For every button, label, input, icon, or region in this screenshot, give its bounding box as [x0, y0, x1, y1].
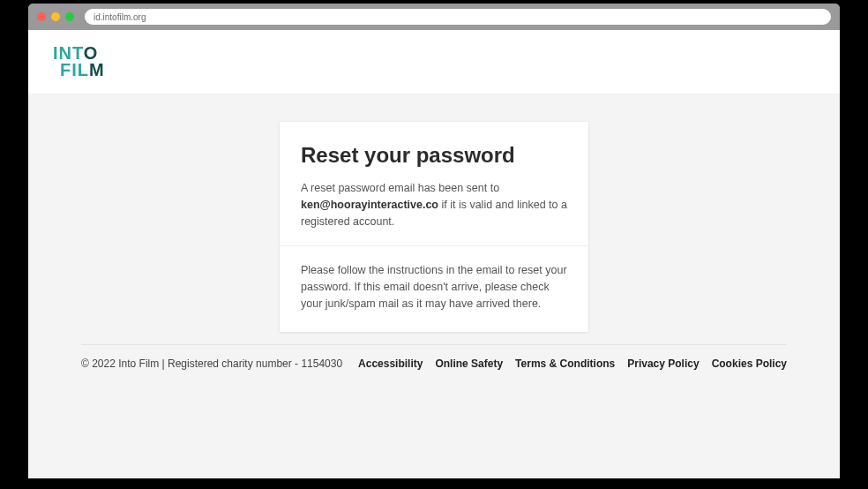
page: INTO FILM Reset your password A reset pa…	[28, 30, 840, 478]
maximize-icon[interactable]	[65, 12, 74, 21]
logo-line-2: FILM	[53, 62, 105, 79]
footer-links: Accessibility Online Safety Terms & Cond…	[358, 357, 787, 370]
footer-link-cookies[interactable]: Cookies Policy	[712, 357, 787, 370]
window-controls	[37, 12, 74, 21]
minimize-icon[interactable]	[51, 12, 60, 21]
url-text: id.intofilm.org	[94, 12, 146, 22]
footer-link-online-safety[interactable]: Online Safety	[435, 357, 503, 370]
footer-link-terms[interactable]: Terms & Conditions	[515, 357, 615, 370]
footer-link-accessibility[interactable]: Accessibility	[358, 357, 423, 370]
copyright: © 2022 Into Film | Registered charity nu…	[81, 357, 342, 370]
card-message: A reset password email has been sent to …	[301, 180, 567, 229]
email-address: ken@hoorayinteractive.co	[301, 199, 438, 211]
url-bar[interactable]: id.intofilm.org	[85, 9, 831, 25]
reset-password-card: Reset your password A reset password ema…	[280, 122, 588, 332]
browser-window: id.intofilm.org INTO FILM Reset your pas…	[28, 4, 840, 478]
footer-link-privacy[interactable]: Privacy Policy	[627, 357, 699, 370]
card-heading: Reset your password	[301, 143, 567, 168]
close-icon[interactable]	[37, 12, 46, 21]
logo[interactable]: INTO FILM	[53, 45, 105, 79]
card-instructions: Please follow the instructions in the em…	[301, 262, 567, 312]
content-area: Reset your password A reset password ema…	[28, 94, 840, 478]
site-header: INTO FILM	[28, 30, 840, 94]
browser-chrome: id.intofilm.org	[28, 4, 840, 30]
footer: © 2022 Into Film | Registered charity nu…	[81, 344, 787, 370]
